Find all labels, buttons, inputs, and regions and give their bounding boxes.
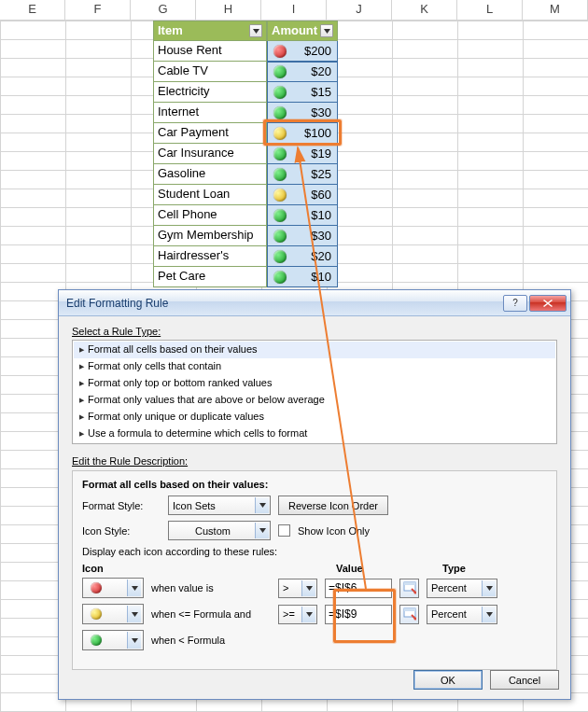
value-input[interactable]: =$I$9 [325, 605, 392, 624]
amount-value: $30 [292, 104, 333, 122]
amount-cell[interactable]: $19 [267, 144, 338, 164]
item-cell[interactable]: Car Payment [153, 123, 267, 144]
operator-combo[interactable]: >= [278, 605, 317, 624]
item-cell[interactable]: Student Loan [153, 185, 267, 205]
amount-cell[interactable]: $20 [267, 246, 338, 267]
operator-combo[interactable]: > [278, 579, 317, 598]
close-button[interactable] [529, 295, 567, 312]
amount-cell[interactable]: $20 [267, 62, 338, 82]
amount-cell[interactable]: $200 [267, 41, 338, 62]
item-cell[interactable]: Gym Membership [153, 226, 267, 246]
range-picker-button[interactable] [399, 579, 419, 598]
filter-button-item[interactable] [249, 24, 262, 37]
item-cell[interactable]: Internet [153, 103, 267, 123]
yellow-circle-icon [273, 127, 287, 140]
item-cell[interactable]: House Rent [153, 41, 267, 62]
chevron-down-icon [127, 606, 141, 622]
dialog-titlebar[interactable]: Edit Formatting Rule ? [59, 290, 570, 316]
format-style-label: Format Style: [82, 500, 161, 511]
green-circle-icon [273, 250, 287, 263]
column-header[interactable]: H [196, 0, 261, 21]
rule-type-item[interactable]: Format only values that are above or bel… [74, 392, 555, 409]
column-header[interactable]: J [327, 0, 392, 21]
green-circle-icon [91, 635, 102, 646]
icon-select[interactable] [82, 604, 144, 624]
chevron-down-icon [127, 632, 141, 649]
column-header[interactable]: M [523, 0, 588, 21]
item-cell[interactable]: Hairdresser's [153, 246, 267, 267]
amount-cell[interactable]: $30 [267, 226, 338, 246]
icon-select[interactable] [82, 578, 144, 598]
header-item[interactable]: Item [153, 21, 267, 41]
chevron-down-icon [255, 523, 269, 538]
rule-type-item[interactable]: Format all cells based on their values [74, 342, 555, 358]
edit-rule-description-label: Edit the Rule Description: [72, 455, 557, 467]
header-amount[interactable]: Amount [267, 21, 338, 41]
range-picker-button[interactable] [399, 605, 419, 624]
table-row: Internet$30 [153, 103, 338, 123]
chevron-down-icon [324, 29, 330, 34]
rule-type-item[interactable]: Format only top or bottom ranked values [74, 375, 555, 392]
column-header[interactable]: F [65, 0, 131, 21]
reverse-icon-order-button[interactable]: Reverse Icon Order [278, 496, 388, 515]
icon-rule-row: when < Formula [82, 630, 547, 650]
column-header[interactable]: I [261, 0, 327, 21]
display-rules-label: Display each icon according to these rul… [82, 546, 547, 557]
col-icon-label: Icon [82, 563, 205, 574]
icon-style-combo[interactable]: Custom [168, 521, 271, 540]
amount-cell[interactable]: $30 [267, 103, 338, 123]
table-row: House Rent$200 [153, 41, 338, 62]
svg-rect-1 [404, 582, 415, 585]
cancel-button[interactable]: Cancel [490, 670, 559, 690]
amount-value: $20 [292, 247, 333, 266]
value-input[interactable]: =$I$6 [325, 579, 392, 598]
help-button[interactable]: ? [503, 295, 527, 312]
item-cell[interactable]: Cell Phone [153, 205, 267, 226]
rule-type-list[interactable]: Format all cells based on their valuesFo… [72, 340, 557, 444]
column-header[interactable]: G [131, 0, 196, 21]
icon-select[interactable] [82, 630, 144, 650]
rule-type-item[interactable]: Format only unique or duplicate values [74, 409, 555, 426]
amount-cell[interactable]: $25 [267, 164, 338, 185]
item-cell[interactable]: Gasoline [153, 164, 267, 185]
filter-button-amount[interactable] [320, 24, 333, 37]
table-row: Electricity$15 [153, 82, 338, 103]
amount-cell[interactable]: $100 [267, 123, 338, 144]
when-text: when < Formula [151, 635, 271, 646]
green-circle-icon [273, 168, 287, 181]
close-icon [543, 300, 553, 307]
item-cell[interactable]: Electricity [153, 82, 267, 103]
column-header[interactable]: L [457, 0, 523, 21]
expenses-table: Item Amount House Rent$200Cable TV$20Ele… [153, 21, 338, 287]
type-combo[interactable]: Percent [427, 605, 497, 624]
green-circle-icon [273, 65, 287, 78]
svg-rect-4 [404, 608, 415, 611]
item-cell[interactable]: Cable TV [153, 62, 267, 82]
column-headers: EFGHIJKLM [0, 0, 588, 21]
column-header[interactable]: K [392, 0, 457, 21]
amount-cell[interactable]: $60 [267, 185, 338, 205]
chevron-down-icon [253, 29, 259, 34]
when-text: when <= Formula and [151, 608, 271, 620]
item-cell[interactable]: Car Insurance [153, 144, 267, 164]
rule-type-item[interactable]: Format only cells that contain [74, 358, 555, 375]
amount-cell[interactable]: $15 [267, 82, 338, 103]
col-value-label: Value [336, 563, 442, 574]
column-header[interactable]: E [0, 0, 65, 21]
amount-cell[interactable]: $10 [267, 205, 338, 226]
format-style-combo[interactable]: Icon Sets [168, 496, 271, 515]
amount-value: $60 [292, 186, 333, 204]
type-combo[interactable]: Percent [427, 579, 497, 598]
table-row: Student Loan$60 [153, 185, 338, 205]
ok-button[interactable]: OK [413, 670, 483, 690]
dialog-title: Edit Formatting Rule [66, 297, 501, 310]
amount-cell[interactable]: $10 [267, 267, 338, 287]
yellow-circle-icon [273, 188, 287, 202]
item-cell[interactable]: Pet Care [153, 267, 267, 287]
chevron-down-icon [127, 579, 141, 596]
table-row: Cell Phone$10 [153, 205, 338, 226]
rule-type-item[interactable]: Use a formula to determine which cells t… [74, 426, 555, 442]
edit-formatting-rule-dialog: Edit Formatting Rule ? Select a Rule Typ… [58, 289, 571, 700]
show-icon-only-checkbox[interactable] [278, 524, 290, 537]
green-circle-icon [273, 147, 287, 161]
